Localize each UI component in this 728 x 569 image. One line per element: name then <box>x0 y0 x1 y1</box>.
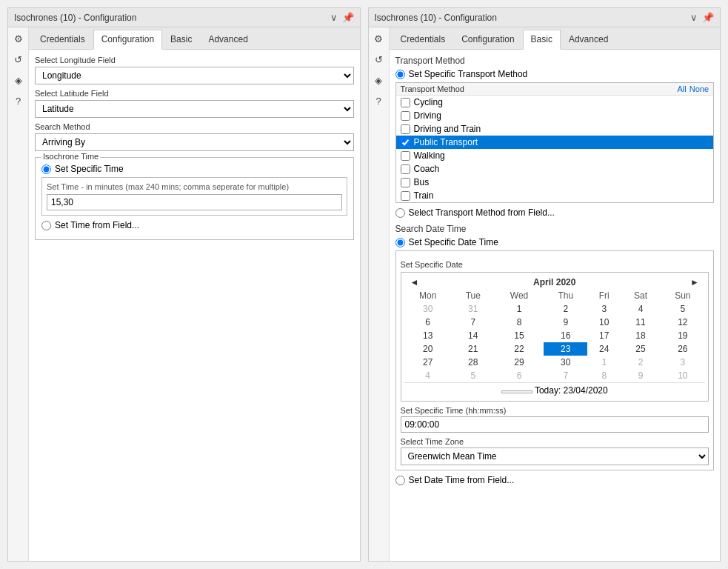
set-specific-time-radio[interactable] <box>41 164 51 174</box>
today-button[interactable] <box>501 390 532 393</box>
cal-day[interactable]: 11 <box>621 316 660 329</box>
tab-credentials-right[interactable]: Credentials <box>393 30 454 49</box>
cal-day[interactable]: 7 <box>452 316 495 329</box>
train-checkbox[interactable] <box>401 191 410 201</box>
cal-day[interactable]: 8 <box>495 316 544 329</box>
cal-day[interactable]: 30 <box>404 302 452 316</box>
transport-list: Cycling Driving Driving and Train <box>396 96 714 202</box>
cal-day[interactable]: 24 <box>587 342 621 356</box>
cycling-label: Cycling <box>414 97 443 107</box>
cal-day[interactable]: 4 <box>404 369 452 382</box>
cal-day[interactable]: 9 <box>544 316 587 329</box>
cal-day[interactable]: 10 <box>661 369 705 382</box>
cal-day[interactable]: 18 <box>621 329 660 342</box>
cal-day[interactable]: 13 <box>404 329 452 342</box>
cal-day[interactable]: 28 <box>452 356 495 369</box>
driving-checkbox[interactable] <box>401 111 410 121</box>
cal-day[interactable]: 26 <box>661 342 705 356</box>
cal-day[interactable]: 30 <box>544 356 587 369</box>
driving-train-checkbox[interactable] <box>401 124 410 134</box>
search-datetime-section: Search Date Time Set Specific Date Time … <box>395 224 715 485</box>
longitude-select[interactable]: Longitude <box>35 67 354 84</box>
cal-day[interactable]: 3 <box>587 302 621 316</box>
right-tab-content: Transport Method Set Specific Transport … <box>390 50 721 561</box>
list-item-selected[interactable]: Public Transport <box>396 136 714 149</box>
cal-day[interactable]: 20 <box>404 342 452 356</box>
latitude-select[interactable]: Latitude <box>35 100 354 118</box>
right-refresh-icon[interactable]: ↺ <box>370 51 387 67</box>
cal-day[interactable]: 6 <box>404 316 452 329</box>
cal-day[interactable]: 4 <box>621 302 660 316</box>
timezone-select[interactable]: Greenwich Mean Time <box>401 447 709 465</box>
cycling-checkbox[interactable] <box>401 98 410 107</box>
calendar-container: ◄ April 2020 ► Mon Tue Wed <box>401 272 709 402</box>
cal-day[interactable]: 31 <box>452 302 495 316</box>
cal-day[interactable]: 16 <box>544 329 587 342</box>
cal-day[interactable]: 1 <box>495 302 544 316</box>
calendar-next-btn[interactable]: ► <box>687 277 702 287</box>
pin-icon[interactable]: 📌 <box>342 12 354 23</box>
tab-configuration-left[interactable]: Configuration <box>93 30 162 50</box>
cal-day[interactable]: 10 <box>587 316 621 329</box>
cal-day[interactable]: 19 <box>661 329 705 342</box>
cal-day[interactable]: 25 <box>621 342 660 356</box>
settings-icon[interactable]: ⚙ <box>10 30 27 47</box>
cal-day[interactable]: 5 <box>661 302 705 316</box>
cal-day[interactable]: 17 <box>587 329 621 342</box>
cal-day[interactable]: 3 <box>661 356 705 369</box>
right-panel-body: ⚙ ↺ ◈ ? Credentials Configuration Basic … <box>369 27 721 561</box>
coach-checkbox[interactable] <box>401 164 410 174</box>
tab-credentials-left[interactable]: Credentials <box>32 30 93 49</box>
tab-advanced-left[interactable]: Advanced <box>200 30 256 49</box>
specific-time-input[interactable]: 09:00:00 <box>401 416 709 433</box>
none-link[interactable]: None <box>689 84 709 93</box>
set-specific-datetime-row: Set Specific Date Time <box>395 237 715 247</box>
tab-advanced-right[interactable]: Advanced <box>561 30 616 49</box>
cal-day[interactable]: 22 <box>495 342 544 356</box>
right-chevron-down-icon[interactable]: ∨ <box>690 12 698 23</box>
cal-day[interactable]: 2 <box>544 302 587 316</box>
tag-icon[interactable]: ◈ <box>10 72 27 88</box>
cal-day[interactable]: 29 <box>495 356 544 369</box>
set-specific-datetime-radio[interactable] <box>395 238 405 247</box>
right-settings-icon[interactable]: ⚙ <box>370 30 387 47</box>
cal-day[interactable]: 8 <box>587 369 621 382</box>
cal-day[interactable]: 6 <box>495 369 544 382</box>
right-help-icon[interactable]: ? <box>370 93 387 109</box>
cal-day[interactable]: 7 <box>544 369 587 382</box>
tab-basic-right[interactable]: Basic <box>523 30 561 50</box>
calendar-prev-btn[interactable]: ◄ <box>407 277 422 287</box>
cal-day[interactable]: 15 <box>495 329 544 342</box>
public-transport-checkbox[interactable] <box>401 138 410 147</box>
chevron-down-icon[interactable]: ∨ <box>330 12 338 23</box>
set-specific-transport-radio[interactable] <box>395 70 405 79</box>
cal-day[interactable]: 14 <box>452 329 495 342</box>
isochrone-time-legend: Isochrone Time <box>41 152 100 161</box>
right-tag-icon[interactable]: ◈ <box>370 72 387 88</box>
left-panel-header: Isochrones (10) - Configuration ∨ 📌 <box>8 8 360 27</box>
help-icon[interactable]: ? <box>10 93 27 109</box>
calendar-month-label: April 2020 <box>533 277 575 287</box>
cal-day[interactable]: 2 <box>621 356 660 369</box>
all-link[interactable]: All <box>677 84 686 93</box>
cal-day[interactable]: 1 <box>587 356 621 369</box>
cal-day[interactable]: 21 <box>452 342 495 356</box>
time-value-input[interactable]: 15,30 <box>47 194 342 210</box>
cal-day-selected[interactable]: 23 <box>544 342 587 356</box>
refresh-icon[interactable]: ↺ <box>10 51 27 67</box>
set-time-from-field-radio[interactable] <box>41 221 51 230</box>
cal-day[interactable]: 9 <box>621 369 660 382</box>
driving-train-label: Driving and Train <box>414 124 481 134</box>
cal-day[interactable]: 5 <box>452 369 495 382</box>
tab-configuration-right[interactable]: Configuration <box>453 30 522 49</box>
select-transport-from-field-radio[interactable] <box>395 208 405 218</box>
set-datetime-from-field-radio[interactable] <box>395 476 405 485</box>
search-method-select[interactable]: Arriving By <box>35 133 354 151</box>
weekday-mon: Mon <box>404 289 452 302</box>
bus-checkbox[interactable] <box>401 178 410 187</box>
cal-day[interactable]: 12 <box>661 316 705 329</box>
right-pin-icon[interactable]: 📌 <box>702 12 714 23</box>
tab-basic-left[interactable]: Basic <box>162 30 200 49</box>
walking-checkbox[interactable] <box>401 151 410 161</box>
cal-day[interactable]: 27 <box>404 356 452 369</box>
